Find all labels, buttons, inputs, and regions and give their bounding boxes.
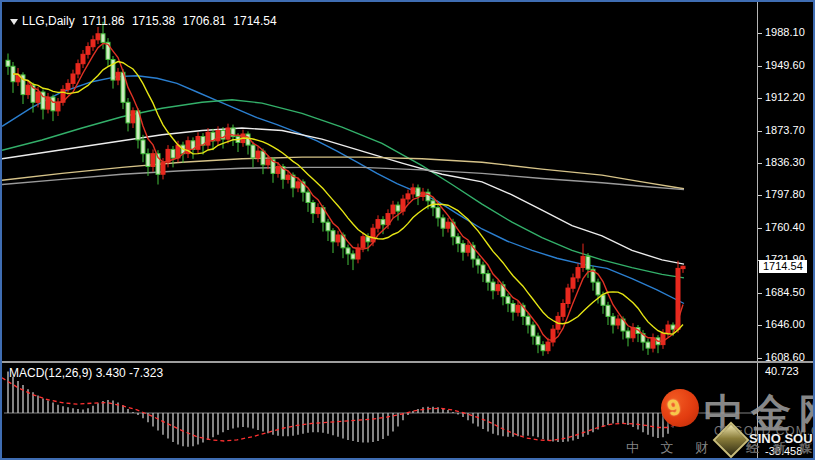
macd-axis-top-label: 40.723 <box>765 365 799 377</box>
price-tick-label: 1646.00 <box>758 318 805 330</box>
ohlc-high: 1715.38 <box>132 14 175 28</box>
price-tick-label: 1873.70 <box>758 124 805 136</box>
ohlc-low: 1706.81 <box>183 14 226 28</box>
tick-dash <box>758 66 762 67</box>
ohlc-open: 1711.86 <box>82 14 125 28</box>
price-tick-label: 1912.20 <box>758 91 805 103</box>
ma-gray <box>2 167 684 189</box>
ohlc-close: 1714.54 <box>233 14 276 28</box>
ma-blue <box>2 76 684 304</box>
trading-chart-window: LLG,Daily 1711.86 1715.38 1706.81 1714.5… <box>0 0 815 460</box>
price-tick-label: 1760.40 <box>758 221 805 233</box>
ma-tan <box>2 157 684 189</box>
price-tick-label: 1684.50 <box>758 286 805 298</box>
tick-dash <box>758 98 762 99</box>
tick-dash <box>758 358 762 359</box>
symbol-timeframe-label: LLG,Daily <box>22 14 75 28</box>
price-tick-label: 1836.30 <box>758 156 805 168</box>
tick-dash <box>758 195 762 196</box>
tick-dash <box>758 228 762 229</box>
macd-indicator-label: MACD(12,26,9) 3.430 -7.323 <box>9 366 163 380</box>
chevron-down-icon <box>10 19 18 25</box>
panel-divider[interactable] <box>2 361 815 363</box>
tick-dash <box>758 293 762 294</box>
macd-axis-bottom-label: -38.458 <box>765 445 802 457</box>
candlesticks <box>6 22 685 356</box>
chart-title: LLG,Daily 1711.86 1715.38 1706.81 1714.5… <box>10 14 281 28</box>
tick-dash <box>758 33 762 34</box>
tick-dash <box>758 163 762 164</box>
tick-dash <box>758 325 762 326</box>
current-price-tag: 1714.54 <box>759 260 807 273</box>
price-tick-label: 1949.60 <box>758 59 805 71</box>
macd-histogram <box>8 372 683 447</box>
price-axis[interactable]: 1714.54 40.723 -38.458 1988.101949.60191… <box>757 2 815 458</box>
tick-dash <box>758 131 762 132</box>
price-tick-label: 1797.80 <box>758 188 805 200</box>
ma-yellow <box>13 62 683 335</box>
price-chart-canvas[interactable] <box>2 2 815 460</box>
price-tick-label: 1988.10 <box>758 26 805 38</box>
